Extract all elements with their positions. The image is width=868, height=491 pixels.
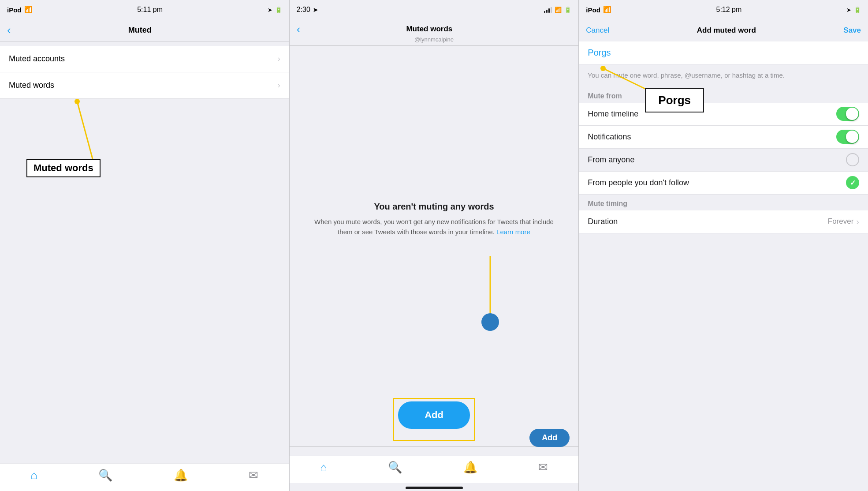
status-left-1: iPod 📶	[7, 6, 33, 14]
duration-item[interactable]: Duration Forever ›	[579, 210, 868, 233]
ipod-label-3: iPod	[586, 6, 600, 14]
status-right-2: 📶 🔋	[544, 7, 571, 13]
panel-add-muted-word: iPod 📶 5:12 pm ➤ 🔋 Cancel Add muted word…	[579, 0, 868, 491]
from-not-follow-check[interactable]: ✓	[846, 176, 859, 189]
mute-from-list: Home timeline Notifications From anyone …	[579, 103, 868, 195]
panel-muted: iPod 📶 5:11 pm ➤ 🔋 ‹ Muted Muted account…	[0, 0, 290, 491]
muted-accounts-item[interactable]: Muted accounts ›	[0, 46, 289, 72]
tab-search-1[interactable]: 🔍	[98, 469, 112, 482]
status-left-3: iPod 📶	[586, 6, 611, 14]
nav-bar-3: Cancel Add muted word Save	[579, 19, 868, 41]
muted-words-item[interactable]: Muted words ›	[0, 72, 289, 99]
notifications-label: Notifications	[588, 132, 836, 142]
signal-icon-2	[544, 7, 552, 13]
tab-notifications-2[interactable]: 🔔	[463, 461, 477, 474]
tab-bar-2: ⌂ 🔍 🔔 ✉	[290, 456, 579, 483]
status-right-3: ➤ 🔋	[846, 7, 861, 13]
nav-title-2: Muted words	[300, 25, 558, 34]
empty-body-2: When you mute words, you won't get any n…	[307, 217, 561, 237]
wifi-icon-1: 📶	[24, 6, 33, 14]
mute-timing-header: Mute timing	[579, 195, 868, 210]
learn-more-link[interactable]: Learn more	[496, 228, 530, 236]
location-icon-3: ➤	[846, 7, 851, 13]
duration-value: Forever	[828, 217, 854, 226]
panel-muted-words: 2:30 ➤ 📶 🔋 ‹ Muted words @lynnmcalpine Y…	[290, 0, 579, 491]
location-icon-2: ➤	[313, 7, 318, 13]
tab-mail-1[interactable]: ✉	[249, 469, 258, 482]
cancel-button[interactable]: Cancel	[586, 26, 609, 35]
duration-label: Duration	[588, 217, 827, 226]
home-timeline-item[interactable]: Home timeline	[579, 103, 868, 126]
chevron-icon-words: ›	[278, 81, 280, 90]
toggle-knob-notifications	[846, 131, 858, 143]
tab-home-2[interactable]: ⌂	[320, 461, 327, 474]
tab-search-2[interactable]: 🔍	[388, 461, 402, 474]
time-1: 5:11 pm	[137, 6, 163, 14]
tab-home-1[interactable]: ⌂	[30, 469, 37, 482]
back-button-2[interactable]: ‹	[297, 22, 301, 36]
empty-title-2: You aren't muting any words	[374, 202, 494, 212]
nav-title-3: Add muted word	[697, 26, 756, 35]
add-button-container: Add	[290, 393, 579, 446]
duration-chevron: ›	[856, 217, 859, 227]
status-bar-2: 2:30 ➤ 📶 🔋	[290, 0, 579, 19]
mute-timing-list: Duration Forever ›	[579, 210, 868, 233]
tab-bar-1: ⌂ 🔍 🔔 ✉	[0, 464, 289, 491]
status-bar-3: iPod 📶 5:12 pm ➤ 🔋	[579, 0, 868, 19]
muted-words-label: Muted words	[9, 81, 278, 90]
toggle-knob-home	[846, 108, 858, 120]
notifications-item[interactable]: Notifications	[579, 126, 868, 149]
home-timeline-label: Home timeline	[588, 109, 836, 119]
hint-text-3: You can mute one word, phrase, @username…	[579, 64, 868, 87]
add-btn-annotated: Add	[398, 401, 470, 438]
tab-notifications-1[interactable]: 🔔	[174, 469, 188, 482]
from-anyone-item[interactable]: From anyone	[579, 149, 868, 172]
from-anyone-radio[interactable]	[846, 153, 859, 166]
empty-state-2: You aren't muting any words When you mut…	[290, 46, 579, 393]
muted-accounts-label: Muted accounts	[9, 54, 278, 64]
status-left-2: 2:30 ➤	[297, 6, 318, 14]
bottom-toolbar-2	[290, 446, 579, 456]
muted-list: Muted accounts › Muted words ›	[0, 46, 289, 99]
nav-subtitle-2: @lynnmcalpine	[414, 36, 454, 43]
mute-from-header: Mute from	[579, 87, 868, 103]
status-bar-1: iPod 📶 5:11 pm ➤ 🔋	[0, 0, 289, 19]
add-button-big[interactable]: Add	[398, 401, 470, 429]
time-2: 2:30	[297, 6, 310, 14]
battery-icon-2: 🔋	[564, 7, 571, 13]
muted-word-input[interactable]	[588, 48, 859, 58]
save-button[interactable]: Save	[843, 26, 861, 35]
nav-title-1: Muted	[11, 26, 269, 35]
location-icon-1: ➤	[268, 7, 272, 13]
ipod-label-1: iPod	[7, 6, 22, 14]
from-anyone-label: From anyone	[588, 155, 846, 165]
nav-bar-1: ‹ Muted	[0, 19, 289, 41]
notifications-toggle[interactable]	[836, 130, 859, 144]
from-not-follow-label: From people you don't follow	[588, 178, 846, 187]
chevron-icon-accounts: ›	[278, 54, 280, 64]
tab-mail-2[interactable]: ✉	[538, 461, 548, 474]
wifi-icon-3: 📶	[603, 6, 611, 14]
battery-icon-3: 🔋	[854, 7, 861, 13]
back-button-1[interactable]: ‹	[7, 23, 11, 37]
word-input-section	[579, 41, 868, 64]
nav-bar-2: ‹ Muted words @lynnmcalpine	[290, 19, 579, 46]
home-timeline-toggle[interactable]	[836, 107, 859, 121]
battery-icon-1: 🔋	[275, 7, 282, 13]
home-indicator-2	[406, 487, 463, 489]
time-3: 5:12 pm	[716, 6, 742, 14]
wifi-icon-2: 📶	[555, 7, 562, 13]
from-not-follow-item[interactable]: From people you don't follow ✓	[579, 172, 868, 195]
status-right-1: ➤ 🔋	[268, 7, 282, 13]
